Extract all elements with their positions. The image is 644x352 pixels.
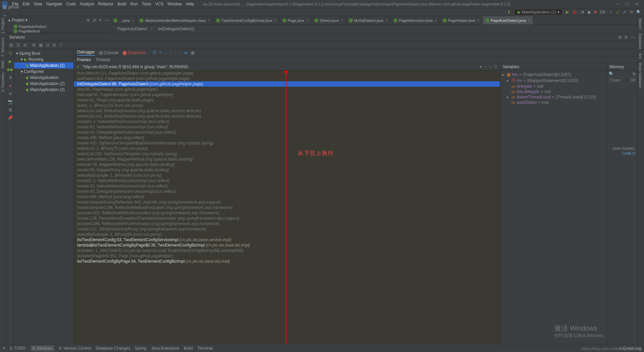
right-tab[interactable]: Ant (638, 51, 643, 61)
gear-icon[interactable]: ⚙ (624, 35, 628, 40)
menu-analyze[interactable]: Analyze (78, 2, 96, 6)
hide-icon[interactable]: — (631, 35, 635, 40)
th-icon[interactable]: ⊟ (23, 43, 27, 47)
tree-node[interactable]: ▾ Spring Boot (14, 50, 73, 56)
stack-frame[interactable]: doSelect:-1, 1642184432 (cn.yto.ias.base… (74, 248, 500, 253)
tree-node[interactable]: ◉ MainApplication (2) (14, 81, 73, 87)
minimize-icon[interactable]: — (615, 2, 620, 6)
close-tab-icon[interactable]: × (274, 18, 277, 23)
git-push-icon[interactable]: ↗ (623, 10, 626, 14)
pin-icon[interactable]: 📌 (8, 116, 13, 120)
editor-tab[interactable]: PageHelper.java× (440, 16, 483, 25)
stack-frame[interactable]: invoke0:-1, NativeMethodAccessorImpl (su… (74, 119, 500, 124)
force-step-into-icon[interactable]: ↓ (165, 50, 167, 55)
menu-build[interactable]: Build (115, 2, 128, 6)
project-dropdown[interactable]: ▸ Project ▾ (9, 18, 28, 23)
camera-icon[interactable]: 📷 (8, 99, 13, 104)
tab-endpoints[interactable]: ⬤ Endpoints (122, 50, 146, 55)
stack-frame[interactable]: invoke:62, NativeMethodAccessorImpl (sun… (74, 183, 500, 189)
breakpoint-icon[interactable]: ⊘ (9, 91, 12, 96)
menu-window[interactable]: Window (165, 2, 184, 6)
drop-frame-icon[interactable]: ↑ (174, 50, 176, 55)
editor-tab[interactable]: ....java× (111, 16, 137, 25)
funnel-icon[interactable]: ▽ (59, 43, 62, 47)
stack-frame[interactable]: invoke:62, NativeMethodAccessorImpl (sun… (74, 124, 500, 130)
crumb-class[interactable]: PageAutoDialect (117, 27, 147, 31)
stack-frame[interactable]: invoke:212, JdkDynamicAopProxy (org.spri… (74, 226, 500, 232)
build-icon[interactable]: ⬇ (507, 10, 511, 14)
subtab-frames[interactable]: Frames (77, 57, 91, 62)
up-icon[interactable]: ↑ (485, 64, 487, 69)
tree-node[interactable]: ◉ MainApplication (3) (14, 87, 73, 93)
layout-icon[interactable]: ⊞ (618, 35, 622, 40)
close-tab-icon[interactable]: × (385, 18, 388, 23)
bottom-tab[interactable]: Database Changes (96, 346, 130, 351)
git-update-icon[interactable]: ✓ (609, 10, 613, 14)
crumb-method[interactable]: initDelegateDialect() (158, 27, 194, 31)
stack-frame[interactable]: listTwoElementConfig:53, TwoElementConfi… (74, 237, 500, 243)
stack-frame[interactable]: invoke:498, Method (java.lang.reflect) (74, 194, 500, 200)
stop-button-icon[interactable]: ■ (594, 10, 596, 14)
close-tab-icon[interactable]: × (208, 18, 210, 23)
stack-frame[interactable]: invoke:43, DelegatingMethodAccessorImpl … (74, 189, 500, 194)
left-tab[interactable]: Web (0, 59, 5, 70)
step-out-icon[interactable]: ↓ (170, 50, 172, 55)
editor-tab[interactable]: AbstractHandlerMethodAdapter.class× (137, 16, 213, 25)
editor-tab[interactable]: PageAutoDialect.java× (483, 16, 533, 25)
stack-frame[interactable]: selectList:-1, $Proxy79 (com.sun.proxy) (74, 146, 500, 151)
stack-frame[interactable]: selectByExample:-1, $Proxy94 (com.sun.pr… (74, 173, 500, 178)
close-tab-icon[interactable]: × (131, 18, 134, 23)
maximize-icon[interactable]: ▢ (626, 2, 629, 6)
stack-frame[interactable]: selectList:230, SqlSessionTemplate (org.… (74, 151, 500, 157)
calc-icon[interactable]: ▦ (191, 50, 195, 55)
left-tab[interactable]: 7: Structure (0, 36, 5, 59)
stack-frame[interactable]: initDelegateDialect:88, PageAutoDialect … (74, 81, 500, 87)
stack-frame[interactable]: invoke:43, DelegatingMethodAccessorImpl … (74, 130, 500, 135)
menu-refactor[interactable]: Refactor (96, 2, 115, 6)
menu-vcs[interactable]: VCS (153, 2, 166, 6)
editor-tab[interactable]: MySqlDialect.java× (346, 16, 391, 25)
stack-frame[interactable]: proceed:163, ReflectiveMethodInvocation … (74, 210, 500, 216)
stack-frame[interactable]: selectList:141, DefaultSqlSession (org.a… (74, 114, 500, 119)
stack-frame[interactable]: invoke0:-1, NativeMethodAccessorImpl (su… (74, 178, 500, 183)
stack-frame[interactable]: listTwoElementConfigByPage:34, TwoElemen… (74, 259, 500, 264)
step-into-icon[interactable]: ↷ (159, 50, 162, 55)
evaluate-icon[interactable]: ≫ (184, 50, 188, 55)
stack-frame[interactable]: invoke:61, Plugin (org.apache.ibatis.plu… (74, 97, 500, 103)
bottom-tab[interactable]: Terminal (198, 346, 213, 351)
select-opened-icon[interactable]: ⊕ (87, 18, 90, 23)
editor-tab[interactable]: TwoElementConfigBizImpl.java× (213, 16, 280, 25)
run-button-icon[interactable]: ▶ (566, 10, 569, 14)
left-tab[interactable]: 2: Favorites (0, 71, 5, 94)
pause-icon[interactable]: ⏸ (8, 75, 12, 80)
project-file[interactable]: PageAutoDialect (13, 24, 111, 29)
stack-frame[interactable]: skip:65, PageHelper (com.github.pagehelp… (74, 87, 500, 92)
bottom-tab[interactable]: Java Enterprise (151, 346, 179, 351)
menu-help[interactable]: Help (184, 2, 196, 6)
stack-frame[interactable]: getDialect:204, PageAutoDialect (com.git… (74, 76, 500, 81)
run-to-cursor-icon[interactable]: ↑ (179, 50, 181, 55)
collapse-all-icon[interactable]: ⊟ (53, 43, 56, 47)
debug-button-icon[interactable]: 🐞 (572, 10, 577, 14)
stack-frame[interactable]: execute:76, MapperMethod (org.apache.iba… (74, 162, 500, 167)
variable-row[interactable]: ▸ⓟ ms = {MappedStatement@11093} (502, 77, 605, 84)
tree-icon[interactable]: ☰ (16, 43, 20, 47)
close-tab-icon[interactable]: × (435, 18, 437, 23)
gear-icon[interactable]: ⚙ (632, 72, 636, 76)
tab-console[interactable]: ▤ Console (99, 50, 118, 55)
bottom-tab[interactable]: 8: Services (31, 345, 54, 351)
stack-frame[interactable]: doSelectPageInfo:352, Page (com.github.p… (74, 253, 500, 259)
variable-row[interactable]: oo delegate = null (502, 84, 605, 89)
run-config-selector[interactable]: ◉ MainApplication (1) ▾ (514, 9, 562, 15)
rerun-icon[interactable]: ↻ (9, 51, 12, 56)
thread-selector[interactable]: "http-nio-9103-exec-5"@10,494 in group "… (83, 64, 477, 69)
stack-frame[interactable]: invoke:498, Method (java.lang.reflect) (74, 135, 500, 140)
stack-frame[interactable]: executeForMany:139, MapperMethod (org.ap… (74, 157, 500, 162)
run-icon[interactable]: ▶▶ (7, 67, 13, 72)
right-tab[interactable]: Database (638, 31, 643, 51)
close-tab-icon[interactable]: × (477, 18, 480, 23)
close-tab-icon[interactable]: × (341, 18, 343, 23)
project-file[interactable]: PageMethod (13, 29, 111, 34)
bottom-tab[interactable]: 6: TODO (10, 346, 26, 351)
stack-frame[interactable]: invokeJoinpointUsingReflection:343, AopU… (74, 200, 500, 205)
